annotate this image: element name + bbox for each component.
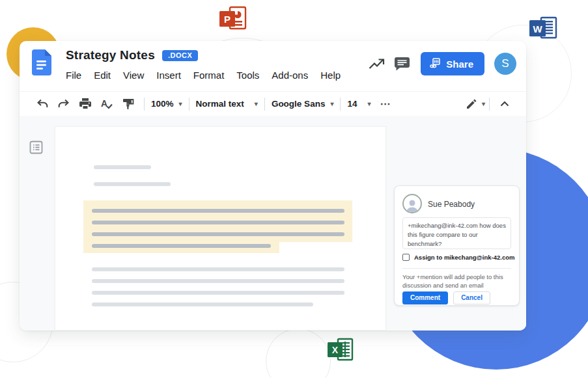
page-background: P W X (0, 0, 588, 378)
document-page[interactable] (55, 126, 386, 331)
toolbar-divider (264, 98, 265, 111)
menu-tools[interactable]: Tools (236, 70, 259, 81)
avatar[interactable]: S (494, 53, 516, 75)
zoom-value: 100% (151, 99, 174, 109)
share-link-icon (430, 58, 441, 70)
menu-edit[interactable]: Edit (94, 70, 111, 81)
highlighted-text-line (92, 221, 344, 224)
document-outline-icon[interactable] (29, 141, 43, 156)
paragraph-style-value: Normal text (196, 99, 244, 109)
menu-help[interactable]: Help (320, 70, 341, 81)
font-value: Google Sans (272, 99, 326, 109)
redo-icon[interactable] (55, 96, 72, 113)
assign-checkbox[interactable] (402, 254, 410, 261)
menu-bar: File Edit View Insert Format Tools Add-o… (66, 70, 341, 81)
document-area: Sue Peabody +mikechang@ink-42.com how do… (20, 116, 526, 331)
powerpoint-file-icon: P (218, 5, 248, 38)
google-docs-icon (32, 49, 51, 78)
docs-app-window: Strategy Notes .DOCX File Edit View Inse… (20, 41, 526, 331)
spellcheck-icon[interactable]: A (98, 96, 115, 113)
zoom-select[interactable]: 100% ▾ (151, 99, 182, 109)
chevron-down-icon: ▾ (367, 101, 371, 107)
comment-actions: Comment Cancel (402, 291, 490, 304)
svg-text:A: A (101, 98, 107, 109)
font-size-select[interactable]: 14 ▾ (347, 99, 371, 109)
share-button-label: Share (446, 59, 473, 70)
chevron-down-icon: ▾ (179, 101, 182, 107)
app-header: Strategy Notes .DOCX File Edit View Inse… (20, 41, 526, 91)
commenter-avatar (402, 194, 422, 213)
toolbar: A 100% ▾ Normal text ▾ (20, 91, 526, 116)
menu-file[interactable]: File (66, 70, 81, 81)
placeholder-text-line (94, 182, 171, 186)
highlighted-text-line (92, 232, 344, 236)
editing-mode-select[interactable]: ▾ (467, 99, 485, 109)
mention-note: Your +mention will add people to this di… (402, 273, 513, 290)
toolbar-divider (144, 98, 145, 111)
comment-bubble-icon[interactable] (393, 55, 410, 72)
chevron-down-icon: ▾ (255, 101, 258, 107)
comment-text-input[interactable]: +mikechang@ink-42.com how does this figu… (402, 217, 511, 249)
document-title[interactable]: Strategy Notes (66, 48, 155, 62)
highlighted-text-line (92, 244, 271, 248)
assign-row: Assign to mikechang@ink-42.com (402, 254, 514, 261)
assign-label: Assign to mikechang@ink-42.com (414, 254, 514, 261)
decor-outline-circle-bottom (266, 329, 331, 378)
svg-text:W: W (533, 23, 542, 34)
toolbar-divider (189, 98, 189, 111)
docx-format-badge: .DOCX (162, 50, 198, 61)
collapse-chevron-icon[interactable] (496, 96, 513, 113)
placeholder-text-line (92, 303, 313, 306)
menu-format[interactable]: Format (193, 70, 225, 81)
comment-card-divider (402, 268, 511, 269)
comment-card: Sue Peabody +mikechang@ink-42.com how do… (394, 185, 520, 306)
svg-text:X: X (332, 345, 339, 355)
print-icon[interactable] (77, 96, 94, 113)
word-file-icon: W (528, 16, 558, 46)
share-button[interactable]: Share (421, 52, 484, 75)
placeholder-text-line (92, 267, 344, 271)
comment-cancel-button[interactable]: Cancel (453, 291, 490, 304)
menu-addons[interactable]: Add-ons (272, 70, 308, 81)
trending-up-icon[interactable] (368, 55, 385, 72)
avatar-initial: S (501, 57, 509, 70)
toolbar-divider (340, 98, 341, 111)
comment-submit-button[interactable]: Comment (402, 291, 448, 304)
commenter-name: Sue Peabody (428, 200, 475, 209)
highlighted-text-line (92, 209, 344, 213)
font-size-value: 14 (347, 99, 357, 109)
svg-text:P: P (224, 14, 231, 25)
more-icon[interactable]: ⋯ (380, 98, 391, 110)
placeholder-text-line (94, 165, 151, 169)
paragraph-style-select[interactable]: Normal text ▾ (196, 99, 258, 109)
menu-insert[interactable]: Insert (156, 70, 181, 81)
placeholder-text-line (92, 279, 344, 283)
chevron-down-icon: ▾ (482, 101, 485, 107)
excel-file-icon: X (326, 338, 355, 368)
chevron-down-icon: ▾ (330, 101, 333, 107)
placeholder-text-line (92, 291, 344, 295)
undo-icon[interactable] (34, 96, 51, 113)
font-select[interactable]: Google Sans ▾ (272, 99, 334, 109)
toolbar-divider (489, 98, 490, 111)
header-actions: Share S (368, 52, 516, 75)
paint-format-icon[interactable] (120, 96, 137, 113)
menu-view[interactable]: View (123, 70, 144, 81)
